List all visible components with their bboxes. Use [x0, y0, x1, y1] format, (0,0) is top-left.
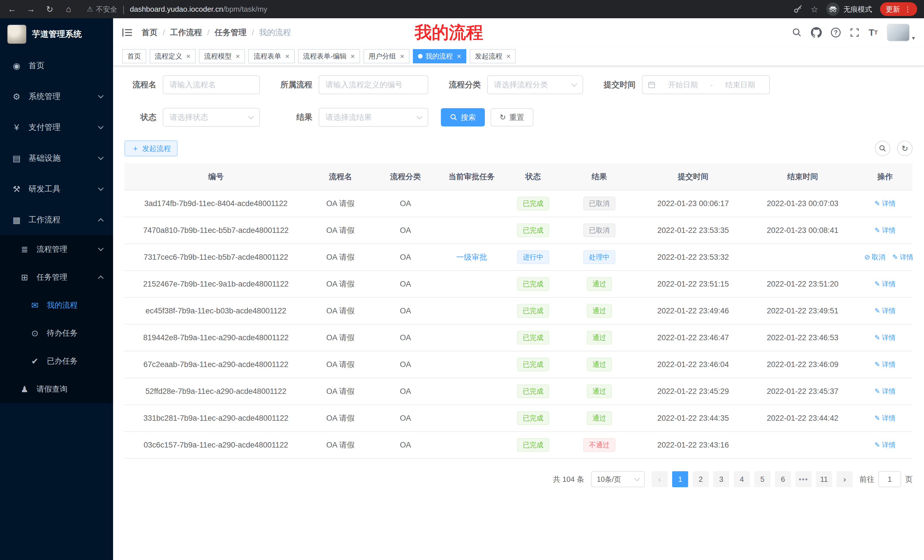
detail-link[interactable]: 详情: [874, 440, 896, 449]
detail-link[interactable]: 详情: [874, 279, 896, 289]
breadcrumb-item[interactable]: 工作流程: [170, 27, 202, 38]
sidebar-item-todo-tasks[interactable]: ⊙ 待办任务: [0, 319, 113, 347]
table-row: 7470a810-7b9b-11ec-b5b7-acde48001122 OA …: [124, 217, 913, 244]
result-badge: 不通过: [584, 438, 615, 452]
github-icon[interactable]: [811, 27, 822, 38]
sidebar-item-system[interactable]: ⚙ 系统管理: [0, 81, 113, 112]
cancel-link[interactable]: 取消: [864, 253, 885, 262]
sidebar-item-my-process[interactable]: ✉ 我的流程: [0, 291, 113, 319]
tab-label: 流程定义: [155, 52, 182, 61]
forward-icon[interactable]: →: [26, 4, 36, 14]
update-button[interactable]: 更新 ⋮: [880, 2, 917, 16]
cell-current-task: [438, 271, 506, 297]
sidebar: 芋道管理系统 ◉ 首页 ⚙ 系统管理 ¥ 支付管理 ▤: [0, 18, 113, 560]
goto-page-input[interactable]: [878, 471, 901, 487]
home-icon[interactable]: ⌂: [63, 4, 74, 14]
category-select[interactable]: 请选择流程分类: [487, 75, 583, 94]
cell-submit-time: 2022-01-22 23:51:15: [638, 271, 748, 297]
prev-page-button[interactable]: ‹: [652, 471, 668, 487]
tab-close-icon[interactable]: ×: [236, 52, 240, 61]
detail-link[interactable]: 详情: [874, 199, 896, 208]
browser-menu-icon[interactable]: ⋮: [904, 5, 911, 14]
security-chip[interactable]: ⚠ 不安全: [87, 4, 117, 14]
key-icon[interactable]: [794, 4, 802, 14]
sidebar-item-done-tasks[interactable]: ✔ 已办任务: [0, 347, 113, 375]
tags-view-item[interactable]: 流程模型×: [199, 49, 245, 63]
fullscreen-icon[interactable]: [850, 28, 860, 37]
detail-link[interactable]: 详情: [874, 226, 896, 235]
detail-link[interactable]: 详情: [874, 387, 896, 396]
font-size-icon[interactable]: TT: [868, 28, 878, 37]
date-range-picker[interactable]: 开始日期 - 结束日期: [642, 75, 770, 94]
reset-button[interactable]: ↻ 重置: [490, 108, 533, 126]
result-select[interactable]: 请选择流结果: [319, 108, 428, 127]
detail-link[interactable]: 详情: [874, 333, 896, 342]
page-button[interactable]: 1: [672, 471, 688, 487]
create-process-button[interactable]: ＋ 发起流程: [124, 141, 178, 156]
sidebar-item-process-management[interactable]: ≣ 流程管理: [0, 235, 113, 263]
page-button[interactable]: 3: [713, 471, 729, 487]
process-name-input[interactable]: [163, 75, 260, 94]
tab-close-icon[interactable]: ×: [400, 52, 404, 61]
detail-link[interactable]: 详情: [874, 306, 896, 315]
tab-close-icon[interactable]: ×: [351, 52, 355, 61]
page-button[interactable]: 11: [816, 471, 832, 487]
search-icon[interactable]: [792, 28, 802, 37]
page-size-select[interactable]: 10条/页: [591, 471, 645, 487]
page-button[interactable]: 5: [754, 471, 770, 487]
user-menu[interactable]: ▾: [887, 24, 915, 41]
status-select[interactable]: 请选择状态: [163, 108, 260, 127]
breadcrumb-item[interactable]: 首页: [142, 27, 158, 38]
edit-icon: [874, 361, 880, 368]
tab-close-icon[interactable]: ×: [506, 52, 510, 61]
sidebar-item-devtools[interactable]: ⚒ 研发工具: [0, 174, 113, 204]
tab-close-icon[interactable]: ×: [186, 52, 190, 61]
bookmark-star-icon[interactable]: ☆: [811, 4, 818, 14]
sidebar-item-leave-query[interactable]: ♟ 请假查询: [0, 375, 113, 403]
page-button[interactable]: 6: [775, 471, 791, 487]
tags-view-item[interactable]: 我的流程×: [413, 49, 466, 63]
tab-close-icon[interactable]: ×: [285, 52, 289, 61]
tags-view-item[interactable]: 流程表单-编辑×: [298, 49, 360, 63]
breadcrumb-item[interactable]: 任务管理: [215, 27, 247, 38]
url-text[interactable]: dashboard.yudao.iocoder.cn/bpm/task/my: [130, 5, 267, 14]
process-definition-input[interactable]: [319, 75, 428, 94]
page-button[interactable]: 2: [693, 471, 709, 487]
start-date-placeholder[interactable]: 开始日期: [659, 80, 707, 90]
detail-link[interactable]: 详情: [874, 360, 896, 369]
sidebar-item-label: 请假查询: [36, 384, 68, 394]
tab-label: 用户分组: [369, 52, 396, 61]
end-date-placeholder[interactable]: 结束日期: [716, 80, 764, 90]
page-button[interactable]: 4: [734, 471, 750, 487]
sidebar-item-payment[interactable]: ¥ 支付管理: [0, 112, 113, 143]
tab-close-icon[interactable]: ×: [457, 52, 461, 61]
sidebar-item-infrastructure[interactable]: ▤ 基础设施: [0, 143, 113, 174]
task-link[interactable]: 一级审批: [456, 253, 487, 262]
table-row: 7317cec6-7b9b-11ec-b5b7-acde48001122 OA …: [124, 244, 913, 271]
detail-link[interactable]: 详情: [874, 413, 896, 423]
more-pages-button[interactable]: •••: [795, 471, 812, 487]
sidebar-item-task-management[interactable]: ⊞ 任务管理: [0, 263, 113, 291]
cell-current-task: 一级审批: [438, 244, 506, 271]
sidebar-item-home[interactable]: ◉ 首页: [0, 50, 113, 81]
toggle-search-button[interactable]: [875, 141, 890, 156]
tags-view-item[interactable]: 用户分组×: [363, 49, 410, 63]
tags-view-item[interactable]: 流程表单×: [248, 49, 294, 63]
cell-process-name: OA 请假: [307, 351, 374, 378]
result-badge: 通过: [587, 277, 612, 291]
help-icon[interactable]: ?: [831, 28, 841, 37]
reload-icon[interactable]: ↻: [45, 4, 55, 14]
cell-actions: 详情: [858, 324, 913, 351]
chevron-down-icon: [98, 185, 104, 191]
detail-link[interactable]: 详情: [892, 253, 913, 262]
back-icon[interactable]: ←: [7, 4, 17, 14]
tags-view-item[interactable]: 首页: [122, 49, 146, 63]
sidebar-item-workflow[interactable]: ▦ 工作流程: [0, 204, 113, 235]
tags-view-item[interactable]: 流程定义×: [150, 49, 196, 63]
refresh-table-button[interactable]: ↻: [897, 141, 913, 156]
tags-view-item[interactable]: 发起流程×: [470, 49, 516, 63]
address-bar[interactable]: ⚠ 不安全 | dashboard.yudao.iocoder.cn/bpm/t…: [87, 4, 785, 15]
hamburger-icon[interactable]: [122, 28, 132, 37]
search-button[interactable]: 搜索: [441, 108, 485, 126]
next-page-button[interactable]: ›: [837, 471, 853, 487]
